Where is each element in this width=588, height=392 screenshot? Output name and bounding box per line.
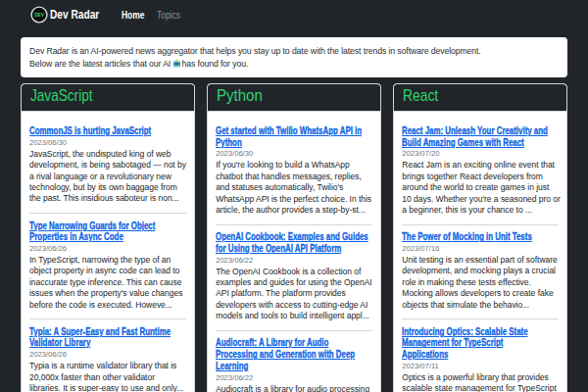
svg-text:DEV: DEV xyxy=(34,13,45,18)
